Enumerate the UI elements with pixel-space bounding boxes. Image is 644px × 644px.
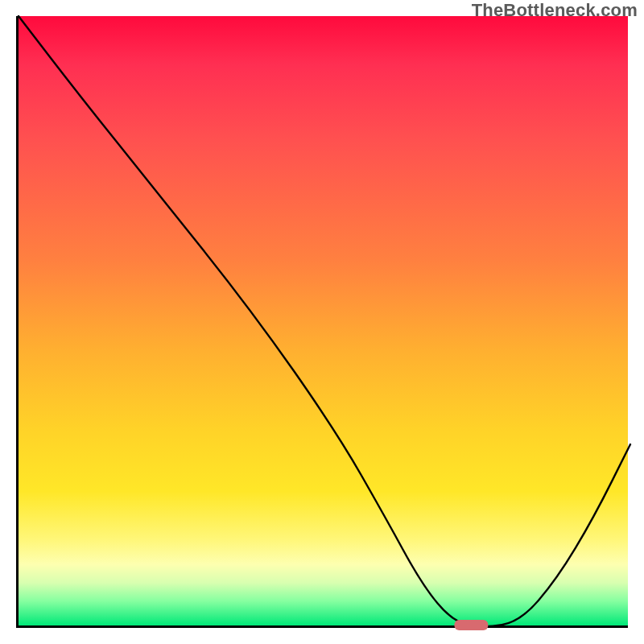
bottleneck-curve (19, 16, 630, 626)
plot-area (16, 16, 628, 628)
chart-frame: TheBottleneck.com (0, 0, 644, 644)
optimal-marker (454, 620, 488, 630)
curve-overlay (19, 16, 630, 628)
